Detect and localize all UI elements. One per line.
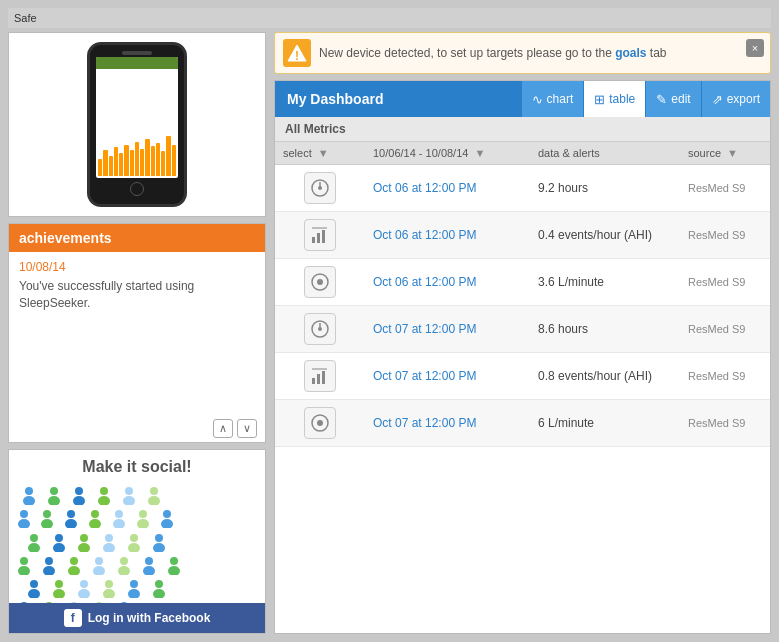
col-header-date[interactable]: 10/06/14 - 10/08/14 ▼ [365, 142, 530, 165]
social-title: Make it social! [9, 450, 265, 480]
svg-point-40 [45, 557, 53, 565]
social-person-icon [14, 508, 34, 528]
social-person-icon [119, 485, 139, 505]
facebook-button-label: Log in with Facebook [88, 611, 211, 625]
table-row: Oct 06 at 12:00 PM3.6 L/minuteResMed S9 [275, 259, 770, 306]
svg-point-9 [123, 496, 135, 505]
row-icon-box[interactable] [304, 313, 336, 345]
svg-rect-87 [317, 374, 320, 384]
social-person-icon [149, 578, 169, 598]
svg-point-0 [25, 487, 33, 495]
row-data-cell: 9.2 hours [530, 165, 680, 212]
col-date-sort-icon: ▼ [474, 147, 485, 159]
chart-tab-label: chart [547, 92, 574, 106]
svg-point-60 [130, 580, 138, 588]
col-source-label: source [688, 147, 721, 159]
phone-bar [114, 147, 118, 176]
row-data-cell: 8.6 hours [530, 306, 680, 353]
svg-point-68 [70, 602, 78, 603]
table-tab-icon: ⊞ [594, 92, 605, 107]
tab-table[interactable]: ⊞ table [583, 81, 645, 117]
social-person-icon [37, 508, 57, 528]
row-icon-cell [275, 400, 365, 447]
svg-point-11 [148, 496, 160, 505]
svg-point-16 [67, 510, 75, 518]
row-icon-cell [275, 353, 365, 400]
table-area[interactable]: select ▼ 10/06/14 - 10/08/14 ▼ data & al… [275, 142, 770, 633]
tab-edit[interactable]: ✎ edit [645, 81, 700, 117]
main-content: achievements 10/08/14 You've successfull… [8, 32, 771, 634]
tab-chart[interactable]: ∿ chart [521, 81, 584, 117]
svg-point-39 [18, 566, 30, 575]
row-icon-box[interactable] [304, 360, 336, 392]
phone-mockup [87, 42, 187, 207]
facebook-login-button[interactable]: f Log in with Facebook [9, 603, 265, 633]
svg-point-54 [55, 580, 63, 588]
phone-bar [172, 145, 176, 176]
phone-bar [130, 150, 134, 176]
svg-rect-78 [312, 237, 315, 243]
svg-point-19 [89, 519, 101, 528]
svg-point-13 [18, 519, 30, 528]
row-source-cell: ResMed S9 [680, 165, 770, 212]
row-data-cell: 0.8 events/hour (AHI) [530, 353, 680, 400]
svg-rect-86 [312, 378, 315, 384]
table-tab-label: table [609, 92, 635, 106]
dashboard-header: My Dashboard ∿ chart ⊞ table ✎ edit [275, 81, 770, 117]
row-icon-box[interactable] [304, 219, 336, 251]
dashboard-title: My Dashboard [275, 83, 395, 115]
svg-point-48 [145, 557, 153, 565]
row-icon-box[interactable] [304, 407, 336, 439]
svg-point-50 [170, 557, 178, 565]
svg-point-57 [78, 589, 90, 598]
svg-point-59 [103, 589, 115, 598]
social-person-icon [49, 532, 69, 552]
social-person-icon [39, 555, 59, 575]
social-person-icon [24, 578, 44, 598]
svg-point-72 [120, 602, 128, 603]
phone-widget [8, 32, 266, 217]
phone-screen-header [96, 57, 178, 69]
col-header-select[interactable]: select ▼ [275, 142, 365, 165]
svg-point-66 [45, 602, 53, 603]
social-person-icon [99, 532, 119, 552]
left-panel: achievements 10/08/14 You've successfull… [8, 32, 266, 634]
notification-text-part1: New device detected, to set up targets p… [319, 46, 615, 60]
achievements-prev-button[interactable]: ∧ [213, 419, 233, 438]
svg-point-5 [73, 496, 85, 505]
achievements-next-button[interactable]: ∨ [237, 419, 257, 438]
tab-export[interactable]: ⇗ export [701, 81, 770, 117]
table-row: Oct 06 at 12:00 PM9.2 hoursResMed S9 [275, 165, 770, 212]
table-row: Oct 06 at 12:00 PM0.4 events/hour (AHI)R… [275, 212, 770, 259]
table-header-row: select ▼ 10/06/14 - 10/08/14 ▼ data & al… [275, 142, 770, 165]
svg-point-83 [317, 279, 323, 285]
svg-point-18 [91, 510, 99, 518]
phone-bar [151, 146, 155, 176]
social-person-icon [39, 600, 59, 603]
social-person-icon [139, 555, 159, 575]
svg-point-23 [137, 519, 149, 528]
notification-goals-link[interactable]: goals [615, 46, 646, 60]
col-header-source[interactable]: source ▼ [680, 142, 770, 165]
phone-bar [161, 151, 165, 176]
right-panel: ! New device detected, to set up targets… [274, 32, 771, 634]
svg-point-15 [41, 519, 53, 528]
svg-text:!: ! [295, 49, 299, 63]
phone-screen [96, 57, 178, 178]
notification-close-button[interactable]: × [746, 39, 764, 57]
table-body: Oct 06 at 12:00 PM9.2 hoursResMed S9 Oct… [275, 165, 770, 447]
svg-point-70 [95, 602, 103, 603]
row-date-cell: Oct 07 at 12:00 PM [365, 400, 530, 447]
social-person-icon [157, 508, 177, 528]
phone-home-button[interactable] [130, 182, 144, 196]
row-icon-box[interactable] [304, 266, 336, 298]
social-person-icon [61, 508, 81, 528]
row-source-cell: ResMed S9 [680, 212, 770, 259]
svg-point-64 [20, 602, 28, 603]
row-icon-box[interactable] [304, 172, 336, 204]
social-person-icon [74, 532, 94, 552]
svg-point-24 [163, 510, 171, 518]
warning-icon: ! [283, 39, 311, 67]
row-date-cell: Oct 06 at 12:00 PM [365, 165, 530, 212]
svg-point-14 [43, 510, 51, 518]
